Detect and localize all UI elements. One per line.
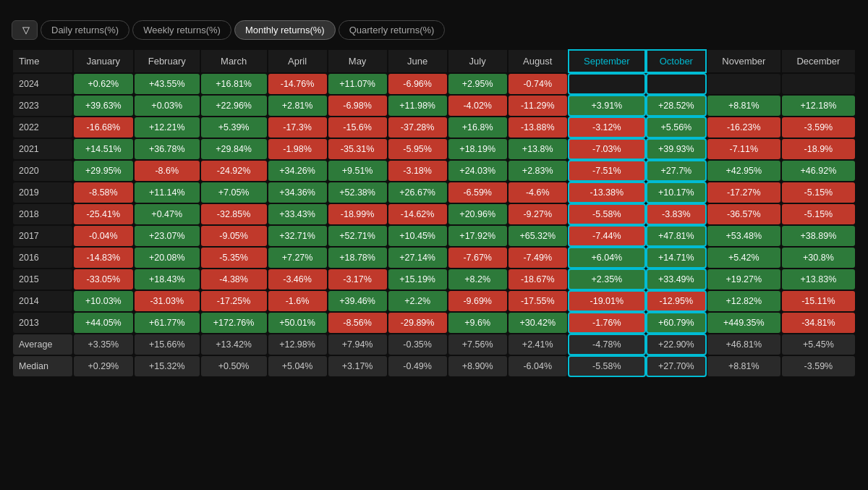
- footer-cell: -0.49%: [388, 356, 447, 376]
- data-cell: +43.55%: [135, 74, 200, 94]
- data-cell: -19.01%: [569, 291, 645, 311]
- data-cell: +13.83%: [782, 269, 855, 290]
- data-cell: -4.6%: [509, 182, 567, 203]
- returns-table-wrapper: TimeJanuaryFebruaryMarchAprilMayJuneJuly…: [12, 48, 856, 378]
- data-cell: -3.18%: [388, 161, 447, 181]
- data-cell: -8.56%: [328, 313, 387, 333]
- btc-selector[interactable]: ▽: [12, 20, 38, 40]
- footer-cell: +46.81%: [707, 334, 780, 355]
- year-cell: 2018: [13, 204, 72, 224]
- data-cell: +33.43%: [268, 204, 327, 224]
- data-cell: +65.32%: [509, 226, 567, 246]
- data-cell: +29.84%: [201, 139, 267, 159]
- data-cell: -18.67%: [509, 269, 567, 290]
- data-cell: -7.49%: [509, 248, 567, 268]
- data-cell: +24.03%: [448, 161, 507, 181]
- footer-cell: +13.42%: [201, 334, 267, 355]
- data-cell: -16.68%: [74, 117, 133, 138]
- data-cell: -3.17%: [328, 269, 387, 290]
- col-header-april: April: [268, 50, 327, 72]
- data-cell: -25.41%: [74, 204, 133, 224]
- footer-cell: +8.90%: [448, 356, 507, 376]
- data-cell: +16.8%: [448, 117, 507, 138]
- data-cell: -5.58%: [569, 204, 645, 224]
- tab-btn[interactable]: Weekly returns(%): [132, 20, 231, 40]
- footer-cell: -5.58%: [569, 356, 645, 376]
- data-cell: +6.04%: [569, 248, 645, 268]
- data-cell: +2.81%: [268, 96, 327, 116]
- table-row: 2018-25.41%+0.47%-32.85%+33.43%-18.99%-1…: [13, 204, 855, 224]
- data-cell: +30.8%: [782, 248, 855, 268]
- data-cell: -9.69%: [448, 291, 507, 311]
- data-cell: +12.21%: [135, 117, 200, 138]
- data-cell: -1.76%: [569, 313, 645, 333]
- col-header-june: June: [388, 50, 447, 72]
- col-header-january: January: [74, 50, 133, 72]
- footer-label: Median: [13, 356, 72, 376]
- data-cell: +2.35%: [569, 269, 645, 290]
- data-cell: +0.03%: [135, 96, 200, 116]
- data-cell: -6.98%: [328, 96, 387, 116]
- tab-btn[interactable]: Quarterly returns(%): [339, 20, 446, 40]
- data-cell: +32.71%: [268, 226, 327, 246]
- year-cell: 2015: [13, 269, 72, 290]
- data-cell: +39.46%: [328, 291, 387, 311]
- data-cell: -0.74%: [509, 74, 567, 94]
- data-cell: +11.14%: [135, 182, 200, 203]
- data-cell: +13.8%: [509, 139, 567, 159]
- tab-btn[interactable]: Monthly returns(%): [234, 20, 336, 40]
- data-cell: +36.78%: [135, 139, 200, 159]
- table-row: 2017-0.04%+23.07%-9.05%+32.71%+52.71%+10…: [13, 226, 855, 246]
- tab-btn[interactable]: Daily returns(%): [41, 20, 129, 40]
- data-cell: +38.89%: [782, 226, 855, 246]
- data-cell: -6.59%: [448, 182, 507, 203]
- data-cell: +2.95%: [448, 74, 507, 94]
- footer-cell: +22.90%: [647, 334, 706, 355]
- data-cell: +0.47%: [135, 204, 200, 224]
- data-cell: +18.19%: [448, 139, 507, 159]
- data-cell: [647, 74, 706, 94]
- data-cell: -14.62%: [388, 204, 447, 224]
- table-row: 2020+29.95%-8.6%-24.92%+34.26%+9.51%-3.1…: [13, 161, 855, 181]
- data-cell: +44.05%: [74, 313, 133, 333]
- year-cell: 2013: [13, 313, 72, 333]
- col-header-may: May: [328, 50, 387, 72]
- data-cell: +18.78%: [328, 248, 387, 268]
- data-cell: -5.15%: [782, 204, 855, 224]
- footer-cell: +15.32%: [135, 356, 200, 376]
- data-cell: -15.6%: [328, 117, 387, 138]
- data-cell: +27.14%: [388, 248, 447, 268]
- data-cell: +16.81%: [201, 74, 267, 94]
- data-cell: +47.81%: [647, 226, 706, 246]
- data-cell: -24.92%: [201, 161, 267, 181]
- data-cell: +27.7%: [647, 161, 706, 181]
- data-cell: -0.04%: [74, 226, 133, 246]
- data-cell: -3.12%: [569, 117, 645, 138]
- data-cell: +20.08%: [135, 248, 200, 268]
- col-header-time: Time: [13, 50, 72, 72]
- col-header-march: March: [201, 50, 267, 72]
- data-cell: -31.03%: [135, 291, 200, 311]
- data-cell: [707, 74, 780, 94]
- col-header-december: December: [782, 50, 855, 72]
- data-cell: +28.52%: [647, 96, 706, 116]
- data-cell: -8.6%: [135, 161, 200, 181]
- col-header-february: February: [135, 50, 200, 72]
- table-row: 2022-16.68%+12.21%+5.39%-17.3%-15.6%-37.…: [13, 117, 855, 138]
- footer-cell: +8.81%: [707, 356, 780, 376]
- footer-cell: +12.98%: [268, 334, 327, 355]
- data-cell: -11.29%: [509, 96, 567, 116]
- data-cell: +23.07%: [135, 226, 200, 246]
- data-cell: +50.01%: [268, 313, 327, 333]
- data-cell: +2.2%: [388, 291, 447, 311]
- data-cell: -7.11%: [707, 139, 780, 159]
- data-cell: -5.15%: [782, 182, 855, 203]
- data-cell: +5.42%: [707, 248, 780, 268]
- data-cell: -7.44%: [569, 226, 645, 246]
- data-cell: +8.81%: [707, 96, 780, 116]
- data-cell: -3.46%: [268, 269, 327, 290]
- data-cell: +53.48%: [707, 226, 780, 246]
- data-cell: -6.96%: [388, 74, 447, 94]
- data-cell: -4.38%: [201, 269, 267, 290]
- data-cell: +5.39%: [201, 117, 267, 138]
